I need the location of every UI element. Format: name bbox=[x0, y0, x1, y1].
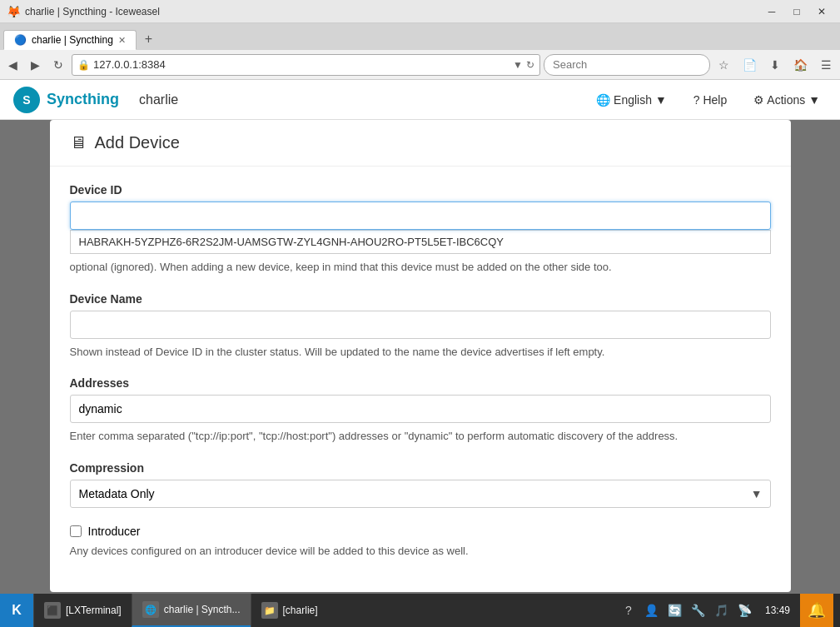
introducer-group: Introducer Any devices configured on an … bbox=[70, 525, 771, 560]
addresses-label: Addresses bbox=[70, 376, 771, 390]
tray-icon-1[interactable]: 👤 bbox=[642, 600, 662, 620]
taskbar-app-icon-1: 🌐 bbox=[142, 601, 159, 618]
taskbar-app-label-0: [LXTerminal] bbox=[66, 605, 122, 616]
modal-overlay: 🖥 Add Device Device ID HABRAKH-5YZPHZ6-6… bbox=[0, 120, 840, 594]
tray-icon-4[interactable]: 🎵 bbox=[712, 600, 732, 620]
tab-favicon: 🔵 bbox=[14, 34, 27, 46]
maximize-button[interactable]: □ bbox=[785, 2, 808, 21]
url-refresh-icon[interactable]: ▼ bbox=[513, 59, 523, 71]
tray-icon-5[interactable]: 📡 bbox=[735, 600, 755, 620]
add-device-modal: 🖥 Add Device Device ID HABRAKH-5YZPHZ6-6… bbox=[50, 120, 791, 592]
device-id-help: optional (ignored). When adding a new de… bbox=[70, 259, 771, 276]
new-tab-button[interactable]: + bbox=[138, 28, 159, 50]
device-id-group: Device ID HABRAKH-5YZPHZ6-6R2S2JM-UAMSGT… bbox=[70, 183, 771, 276]
download-button[interactable]: ⬇ bbox=[765, 55, 785, 75]
bookmark-star-button[interactable]: ☆ bbox=[713, 55, 734, 75]
device-id-label: Device ID bbox=[70, 183, 771, 197]
taskbar-app-icon-2: 📁 bbox=[261, 602, 278, 619]
modal-title-icon: 🖥 bbox=[70, 133, 87, 152]
addresses-help: Enter comma separated ("tcp://ip:port", … bbox=[70, 428, 771, 445]
reader-view-button[interactable]: 📄 bbox=[738, 55, 762, 75]
tab-label: charlie | Syncthing bbox=[32, 34, 113, 46]
taskbar-app-label-1: charlie | Syncth... bbox=[164, 604, 241, 615]
taskbar-app-label-2: [charlie] bbox=[283, 605, 318, 616]
modal-title: Add Device bbox=[95, 133, 180, 152]
app-nav: 🌐 English ▼ ? Help ⚙ Actions ▼ bbox=[589, 90, 827, 110]
modal-body: Device ID HABRAKH-5YZPHZ6-6R2S2JM-UAMSGT… bbox=[50, 167, 791, 592]
taskbar-start-button[interactable]: K bbox=[0, 594, 33, 627]
device-name-input[interactable] bbox=[70, 311, 771, 339]
app-logo: S Syncthing charlie bbox=[13, 87, 178, 113]
introducer-checkbox-group: Introducer bbox=[70, 525, 771, 538]
logo-icon: S bbox=[13, 87, 40, 113]
home-button[interactable]: 🏠 bbox=[788, 55, 813, 75]
taskbar-app-0[interactable]: ⬛ [LXTerminal] bbox=[33, 594, 132, 627]
introducer-checkbox[interactable] bbox=[70, 525, 82, 537]
browser-tab-0[interactable]: 🔵 charlie | Syncthing ✕ bbox=[3, 30, 137, 50]
actions-button[interactable]: ⚙ Actions ▼ bbox=[747, 90, 827, 110]
device-id-autocomplete[interactable]: HABRAKH-5YZPHZ6-6R2S2JM-UAMSGTW-ZYL4GNH-… bbox=[70, 230, 771, 254]
taskbar: K ⬛ [LXTerminal] 🌐 charlie | Syncth... 📁… bbox=[0, 594, 840, 627]
back-button[interactable]: ◀ bbox=[3, 55, 22, 75]
device-name-help: Shown instead of Device ID in the cluste… bbox=[70, 344, 771, 361]
browser-icon: 🦊 bbox=[7, 5, 20, 18]
device-name-label: Device Name bbox=[70, 292, 771, 306]
device-id-input[interactable] bbox=[70, 202, 771, 230]
titlebar-controls: ─ □ ✕ bbox=[760, 2, 833, 21]
compression-select-wrapper: All Data Metadata Only Nothing ▼ bbox=[70, 480, 771, 508]
forward-button[interactable]: ▶ bbox=[26, 55, 45, 75]
titlebar-left: 🦊 charlie | Syncthing - Iceweasel bbox=[7, 5, 160, 18]
addresses-input[interactable] bbox=[70, 395, 771, 423]
app-instance: charlie bbox=[139, 92, 178, 107]
logo-text: Syncthing bbox=[47, 91, 119, 108]
taskbar-orange-widget[interactable]: 🔔 bbox=[800, 594, 833, 627]
close-button[interactable]: ✕ bbox=[810, 2, 833, 21]
url-bar: 🔒 ▼ ↻ bbox=[72, 54, 540, 76]
app-header: S Syncthing charlie 🌐 English ▼ ? Help ⚙… bbox=[0, 80, 840, 120]
taskbar-app-1[interactable]: 🌐 charlie | Syncth... bbox=[132, 594, 251, 627]
taskbar-right: ? 👤 🔄 🔧 🎵 📡 13:49 🔔 bbox=[619, 594, 840, 627]
device-name-group: Device Name Shown instead of Device ID i… bbox=[70, 292, 771, 361]
help-button[interactable]: ? Help bbox=[687, 90, 733, 110]
nav-bar: ◀ ▶ ↻ 🔒 ▼ ↻ ☆ 📄 ⬇ 🏠 ☰ bbox=[0, 50, 840, 80]
reload-icon[interactable]: ↻ bbox=[526, 59, 534, 71]
tray-icon-0[interactable]: ? bbox=[619, 600, 639, 620]
addresses-group: Addresses Enter comma separated ("tcp://… bbox=[70, 376, 771, 445]
taskbar-clock: 13:49 bbox=[758, 605, 797, 616]
tab-bar: 🔵 charlie | Syncthing ✕ + bbox=[0, 23, 840, 50]
main-content: 🖥 Add Device Device ID HABRAKH-5YZPHZ6-6… bbox=[0, 120, 840, 594]
url-input[interactable] bbox=[93, 58, 509, 71]
modal-header: 🖥 Add Device bbox=[50, 120, 791, 167]
introducer-label[interactable]: Introducer bbox=[88, 525, 141, 538]
tray-icon-3[interactable]: 🔧 bbox=[688, 600, 708, 620]
tray-icon-2[interactable]: 🔄 bbox=[665, 600, 685, 620]
taskbar-app-2[interactable]: 📁 [charlie] bbox=[251, 594, 328, 627]
introducer-help: Any devices configured on an introducer … bbox=[70, 543, 771, 560]
minimize-button[interactable]: ─ bbox=[760, 2, 783, 21]
language-button[interactable]: 🌐 English ▼ bbox=[589, 90, 673, 110]
compression-label: Compression bbox=[70, 461, 771, 475]
taskbar-apps: ⬛ [LXTerminal] 🌐 charlie | Syncth... 📁 [… bbox=[33, 594, 328, 627]
refresh-button[interactable]: ↻ bbox=[48, 55, 68, 75]
window-title: charlie | Syncthing - Iceweasel bbox=[25, 6, 160, 17]
url-favicon: 🔒 bbox=[77, 59, 90, 71]
tab-close-button[interactable]: ✕ bbox=[118, 35, 126, 46]
taskbar-app-icon-0: ⬛ bbox=[44, 602, 61, 619]
search-input[interactable] bbox=[544, 54, 710, 76]
menu-button[interactable]: ☰ bbox=[816, 55, 837, 75]
compression-select[interactable]: All Data Metadata Only Nothing bbox=[70, 480, 771, 508]
taskbar-left: K ⬛ [LXTerminal] 🌐 charlie | Syncth... 📁… bbox=[0, 594, 328, 627]
compression-group: Compression All Data Metadata Only Nothi… bbox=[70, 461, 771, 508]
window-titlebar: 🦊 charlie | Syncthing - Iceweasel ─ □ ✕ bbox=[0, 0, 840, 23]
